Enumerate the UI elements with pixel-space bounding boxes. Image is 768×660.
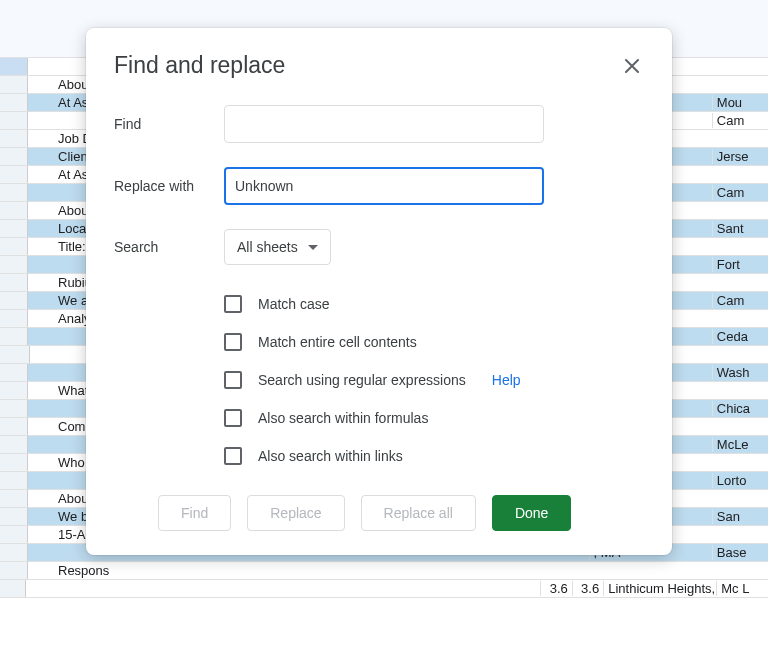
search-links-label: Also search within links (258, 448, 403, 464)
table-row: 3.63.6Linthicum Heights,Mc L (0, 580, 768, 598)
regex-checkbox[interactable] (224, 371, 242, 389)
replace-with-input[interactable] (224, 167, 544, 205)
search-label: Search (114, 239, 224, 255)
search-scope-select[interactable]: All sheets (224, 229, 331, 265)
find-label: Find (114, 116, 224, 132)
regex-label: Search using regular expressions (258, 372, 466, 388)
chevron-down-icon (308, 245, 318, 250)
search-formulas-checkbox[interactable] (224, 409, 242, 427)
search-formulas-label: Also search within formulas (258, 410, 428, 426)
close-icon[interactable] (620, 54, 644, 78)
replace-with-label: Replace with (114, 178, 224, 194)
search-scope-value: All sheets (237, 239, 298, 255)
match-case-label: Match case (258, 296, 330, 312)
replace-all-button[interactable]: Replace all (361, 495, 476, 531)
replace-button[interactable]: Replace (247, 495, 344, 531)
match-entire-label: Match entire cell contents (258, 334, 417, 350)
find-button[interactable]: Find (158, 495, 231, 531)
find-input[interactable] (224, 105, 544, 143)
regex-help-link[interactable]: Help (492, 372, 521, 388)
match-entire-checkbox[interactable] (224, 333, 242, 351)
dialog-title: Find and replace (114, 52, 285, 79)
table-row: Respons (0, 562, 768, 580)
match-case-checkbox[interactable] (224, 295, 242, 313)
search-links-checkbox[interactable] (224, 447, 242, 465)
done-button[interactable]: Done (492, 495, 571, 531)
find-and-replace-dialog: Find and replace Find Replace with Searc… (86, 28, 672, 555)
